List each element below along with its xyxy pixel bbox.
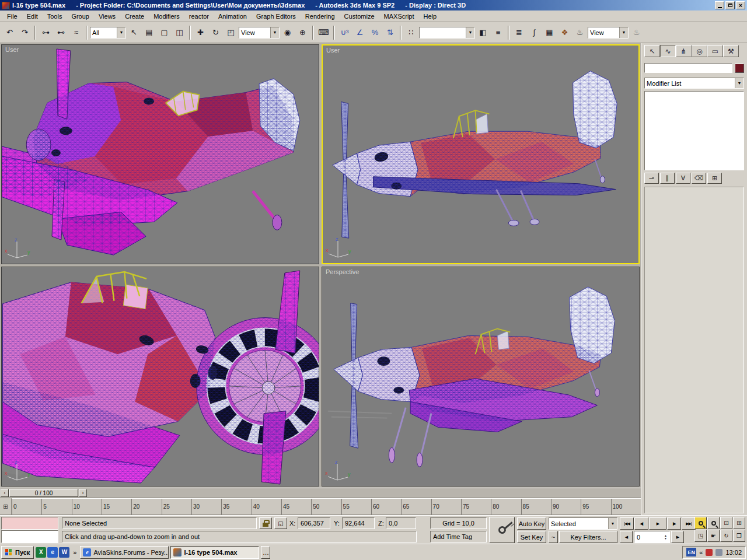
remove-modifier-button[interactable]: ⌫ [692,173,706,184]
edit-named-selection-sets-button[interactable]: ∷ [404,25,418,40]
next-frame-button[interactable]: |▶ [667,517,681,530]
timeline-tick-65[interactable]: 65 [401,499,431,514]
viewport-perspective[interactable]: Perspective zxy [322,267,640,487]
modifier-stack-list[interactable] [644,91,744,170]
menu-help[interactable]: Help [419,12,442,21]
timeline-tick-95[interactable]: 95 [581,499,610,514]
object-color-swatch[interactable] [735,64,744,73]
viewport-user-top-left[interactable]: User zxy [1,44,319,264]
minimize-button[interactable] [715,1,724,9]
default-tangents-button[interactable]: ~ [549,531,558,543]
timeline-tick-40[interactable]: 40 [252,499,281,514]
timeline-tick-55[interactable]: 55 [341,499,371,514]
layer-manager-button[interactable]: ≣ [512,25,526,40]
quick-render-button[interactable]: ♨ [629,25,644,40]
set-keys-button[interactable] [489,517,515,543]
frame-spinner[interactable]: ▲▼ [664,534,667,540]
close-button[interactable]: × [736,1,745,9]
taskbar-task-item[interactable]: eAviaSkins.Forums - Резу... [80,546,169,559]
selection-lock-toggle[interactable] [259,517,272,529]
bind-to-space-warp-button[interactable]: ≈ [69,25,83,40]
menu-edit[interactable]: Edit [22,12,43,21]
tab-modify[interactable]: ∿ [660,45,676,57]
z-coordinate-field[interactable]: 0,0 [386,517,416,529]
airplane-model-user-right[interactable] [323,46,638,263]
show-end-result-button[interactable]: ∥ [660,173,675,184]
airplane-model-closeup[interactable] [2,267,319,486]
go-to-end-button[interactable]: ▶▶| [682,517,696,530]
menu-reactor[interactable]: reactor [184,12,214,21]
timeline-tick-100[interactable]: 100 [611,499,641,514]
timeline-ticks[interactable]: 0510152025303540455055606570758085909510… [12,498,641,514]
set-key-button[interactable]: Set Key [517,531,546,543]
spinner-snap-button[interactable]: ⇅ [383,25,397,40]
mini-listener-macro[interactable] [1,517,58,530]
redo-button[interactable]: ↷ [18,25,32,40]
render-scene-dialog-button[interactable]: ♨ [573,25,587,40]
angle-snap-button[interactable]: ∠ [352,25,367,40]
y-coordinate-field[interactable]: 92,644 [342,517,375,529]
align-button[interactable]: ≡ [491,25,505,40]
window-crossing-toggle-button[interactable]: ◫ [172,25,187,40]
use-pivot-point-center-button[interactable]: ◉ [280,25,295,40]
previous-frame-button[interactable]: ◀| [634,517,648,530]
airplane-model-user-left[interactable] [2,45,319,264]
timeline-tick-0[interactable]: 0 [12,499,41,514]
zoom-extents-button[interactable]: ⊡ [720,517,732,529]
time-slider-left-arrow-button[interactable]: ‹ [1,489,9,497]
maximize-viewport-toggle-button[interactable]: ❒ [733,530,745,542]
menu-views[interactable]: Views [94,12,120,21]
mini-listener-script[interactable] [1,530,58,543]
airplane-model-perspective[interactable] [322,267,639,486]
viewport-label[interactable]: Perspective [326,268,359,275]
current-frame-field[interactable]: 0 ▲▼ [634,531,670,543]
zoom-region-button[interactable]: ◳ [694,530,707,542]
timeline-tick-15[interactable]: 15 [102,499,131,514]
menu-file[interactable]: File [2,12,22,21]
tray-chevron[interactable]: « [699,549,703,556]
select-and-manipulate-button[interactable]: ⊕ [295,25,310,40]
restore-button[interactable] [725,1,735,9]
zoom-all-button[interactable] [707,517,720,529]
menu-animation[interactable]: Animation [214,12,252,21]
time-slider[interactable]: 0 / 100 [9,489,78,497]
timeline-tick-70[interactable]: 70 [431,499,461,514]
menu-graph-editors[interactable]: Graph Editors [252,12,301,21]
x-coordinate-field[interactable]: 606,357 [298,517,330,529]
timeline-ruler[interactable]: ⊞ 05101520253035404550556065707580859095… [0,498,641,515]
select-and-uniform-scale-button[interactable]: ◰ [224,25,238,40]
previous-key-button[interactable]: ◀ [620,531,633,543]
zoom-extents-all-button[interactable]: ⊞ [733,517,745,529]
selection-filter-dropdown[interactable]: All▼ [90,27,126,38]
rectangular-selection-region-button[interactable]: ▢ [157,25,172,40]
menu-maxscript[interactable]: MAXScript [379,12,419,21]
time-slider-right-arrow-button[interactable]: › [79,489,87,497]
timeline-tick-85[interactable]: 85 [521,499,551,514]
quicklaunch-ie-icon[interactable]: e [47,547,58,558]
timeline-tick-25[interactable]: 25 [162,499,191,514]
timeline-tick-90[interactable]: 90 [551,499,581,514]
quicklaunch-excel-icon[interactable]: X [36,547,46,558]
quicklaunch-word-icon[interactable]: W [59,547,69,558]
snaps-toggle-button[interactable]: ∪³ [337,25,352,40]
select-by-name-button[interactable]: ▤ [142,25,156,40]
tab-hierarchy[interactable]: ⋔ [676,45,692,57]
mirror-button[interactable]: ◧ [476,25,490,40]
tray-icon-1[interactable] [706,549,713,556]
configure-modifier-sets-button[interactable]: ⊞ [707,173,722,184]
pin-stack-button[interactable]: ⊸ [644,173,659,184]
render-type-dropdown[interactable]: View▼ [588,27,629,38]
pan-button[interactable]: ☛ [707,530,720,542]
menu-rendering[interactable]: Rendering [301,12,340,21]
keyboard-shortcut-override-button[interactable]: ⌨ [316,25,331,40]
viewport-label[interactable]: User [326,47,340,54]
make-unique-button[interactable]: ∀ [676,173,690,184]
viewport-bottom-left[interactable]: zxy [1,267,319,487]
menu-modifiers[interactable]: Modifiers [149,12,184,21]
arc-rotate-button[interactable]: ↻ [720,530,732,542]
object-name-field[interactable] [644,63,732,73]
timeline-tick-5[interactable]: 5 [41,499,71,514]
3dsmax-app-icon[interactable] [2,2,10,9]
key-filters-button[interactable]: Key Filters... [559,531,617,543]
menu-create[interactable]: Create [120,12,149,21]
